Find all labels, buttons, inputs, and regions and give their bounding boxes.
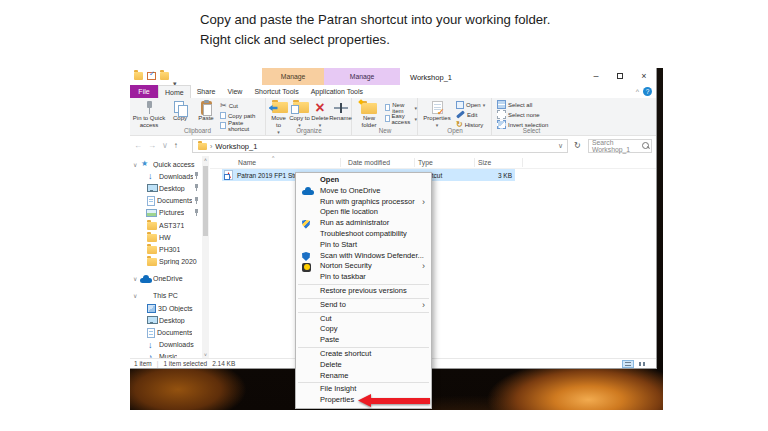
copy-to-icon (291, 101, 309, 114)
rename-button[interactable]: Rename (330, 100, 351, 122)
context-menu-item-norton-security[interactable]: Norton Security (296, 261, 431, 272)
tab-share[interactable]: Share (191, 85, 222, 98)
qat-properties-icon[interactable] (147, 72, 156, 80)
sidebar-item-documents[interactable]: Documents (130, 195, 202, 207)
sidebar-item-pictures[interactable]: Pictures (130, 207, 202, 219)
context-menu-item-scan-with-windows-defender[interactable]: Scan with Windows Defender... (296, 251, 431, 262)
minimize-button[interactable]: – (584, 68, 608, 85)
tab-application-tools[interactable]: Application Tools (305, 85, 369, 98)
sidebar-item-ph301[interactable]: PH301 (130, 243, 202, 255)
open-group-label: Open (419, 127, 491, 135)
move-to-icon (270, 101, 288, 114)
copy-button[interactable]: Copy (168, 100, 192, 122)
select-all-button[interactable]: Select all (497, 100, 532, 109)
sidebar-item-onedrive[interactable]: ∨OneDrive (130, 273, 202, 285)
sidebar-item-downloads[interactable]: Downloads (130, 170, 202, 182)
new-folder-button[interactable]: New folder (355, 100, 383, 129)
context-menu-item-troubleshoot-compatibility[interactable]: Troubleshoot compatibility (296, 229, 431, 240)
context-menu-item-open-file-location[interactable]: Open file location (296, 207, 431, 218)
breadcrumb[interactable]: › Workshop_1 ∨ (192, 139, 568, 153)
search-box[interactable]: Search Workshop_1 (588, 139, 652, 153)
download-icon (146, 340, 157, 350)
address-dropdown-icon[interactable]: ∨ (558, 142, 563, 150)
cut-button[interactable]: Cut (220, 101, 238, 110)
column-header-name[interactable]: Name (238, 159, 256, 166)
context-menu-item-label: Delete (320, 360, 342, 369)
tab-view[interactable]: View (221, 85, 248, 98)
context-menu-item-create-shortcut[interactable]: Create shortcut (296, 349, 431, 360)
context-menu-item-run-with-graphics-processor[interactable]: Run with graphics processor (296, 197, 431, 208)
expander-chevron-icon[interactable]: ∨ (133, 292, 140, 299)
column-header-date-modified[interactable]: Date modified (348, 159, 390, 166)
tab-home[interactable]: Home (158, 85, 191, 98)
up-icon[interactable]: ↑ (174, 140, 178, 152)
copy-to-button[interactable]: Copy to (289, 100, 310, 129)
maximize-button[interactable] (608, 68, 632, 85)
expander-chevron-icon[interactable]: ∨ (133, 275, 140, 282)
delete-button[interactable]: Delete (310, 100, 330, 129)
expander-chevron-icon[interactable]: ∨ (133, 161, 140, 168)
details-view-button[interactable] (622, 360, 634, 368)
tab-file[interactable]: File (130, 85, 158, 98)
close-button[interactable]: × (632, 68, 656, 85)
context-menu-item-run-as-administrator[interactable]: Run as administrator (296, 218, 431, 229)
context-menu-item-copy[interactable]: Copy (296, 324, 431, 335)
properties-button[interactable]: Properties (422, 100, 452, 129)
context-menu-item-paste[interactable]: Paste (296, 335, 431, 346)
sidebar-item-desktop[interactable]: Desktop (130, 314, 202, 326)
sidebar-item-3d-objects[interactable]: 3D Objects (130, 302, 202, 314)
sidebar-item-ast371[interactable]: AST371 (130, 219, 202, 231)
context-menu-item-move-to-onedrive[interactable]: Move to OneDrive (296, 186, 431, 197)
qat-folder-icon[interactable] (134, 72, 143, 80)
selection-count: 1 item selected (163, 360, 207, 367)
sort-ascending-icon: ^ (272, 156, 274, 161)
qat-customize-caret-icon[interactable] (173, 72, 179, 80)
sidebar-item-spring-2020[interactable]: Spring 2020 (130, 256, 202, 268)
context-menu-item-send-to[interactable]: Send to (296, 300, 431, 311)
context-menu-item-restore-previous-versions[interactable]: Restore previous versions (296, 286, 431, 297)
sidebar-item-desktop[interactable]: Desktop (130, 182, 202, 194)
contextual-tab-shortcut-tools[interactable]: Manage (262, 68, 324, 85)
column-header-size[interactable]: Size (478, 159, 491, 166)
refresh-icon[interactable]: ↻ (574, 141, 581, 150)
edit-button[interactable]: Edit (456, 110, 477, 119)
collapse-ribbon-icon[interactable]: ^ (636, 88, 639, 95)
context-menu-item-label: Troubleshoot compatibility (320, 229, 407, 238)
qat-new-folder-icon[interactable] (160, 72, 169, 80)
context-menu-item-delete[interactable]: Delete (296, 360, 431, 371)
sidebar-scrollbar[interactable]: ˄ ˅ (202, 156, 209, 359)
new-item-button[interactable]: New item (385, 103, 417, 112)
sidebar-item-hw[interactable]: HW (130, 231, 202, 243)
contextual-tab-application-tools[interactable]: Manage (324, 68, 400, 85)
context-menu-item-pin-to-taskbar[interactable]: Pin to taskbar (296, 272, 431, 283)
forward-icon[interactable]: → (148, 140, 156, 152)
scroll-up-icon[interactable]: ˄ (202, 157, 209, 163)
scrollbar-thumb[interactable] (203, 166, 208, 236)
context-menu-item-pin-to-start[interactable]: Pin to Start (296, 240, 431, 251)
new-group-label: New (353, 127, 417, 135)
pin-to-quick-access-button[interactable]: Pin to Quick access (132, 100, 166, 129)
menu-separator (298, 347, 429, 348)
context-menu-item-label: Open (320, 175, 339, 184)
column-header-type[interactable]: Type (418, 159, 433, 166)
paste-button[interactable]: Paste (194, 100, 218, 122)
context-menu-item-cut[interactable]: Cut (296, 314, 431, 325)
open-icon (456, 101, 464, 109)
select-none-button[interactable]: Select none (497, 110, 540, 119)
recent-locations-icon[interactable]: ∨ (162, 140, 168, 152)
context-menu-item-rename[interactable]: Rename (296, 371, 431, 382)
help-icon[interactable]: ? (643, 87, 652, 96)
back-icon[interactable]: ← (134, 140, 142, 152)
sidebar-item-this-pc[interactable]: ∨This PC (130, 290, 202, 302)
open-button[interactable]: Open (456, 100, 485, 109)
sidebar-item-label: Desktop (159, 317, 185, 324)
sidebar-item-documents[interactable]: Documents (130, 326, 202, 338)
sidebar-item-downloads[interactable]: Downloads (130, 339, 202, 351)
sidebar-item-quick-access[interactable]: ∨Quick access (130, 158, 202, 170)
context-menu-item-label: Copy (320, 324, 338, 333)
easy-access-button[interactable]: Easy access (385, 114, 417, 123)
large-icons-view-button[interactable] (636, 360, 648, 368)
tab-shortcut-tools[interactable]: Shortcut Tools (248, 85, 304, 98)
context-menu-item-open[interactable]: Open (296, 175, 431, 186)
desktop-screenshot: Manage Manage Workshop_1 – × File Home S… (130, 68, 663, 410)
